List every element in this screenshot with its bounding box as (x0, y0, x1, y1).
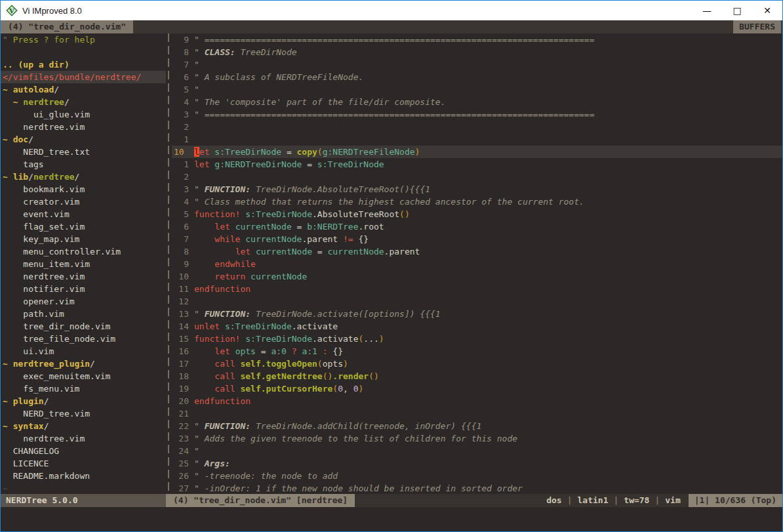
code-line[interactable]: 7" (172, 58, 782, 71)
code-line[interactable]: 6 let currentNode = b:NERDTree.root (172, 220, 782, 233)
tree-item[interactable]: creator.vim (3, 195, 166, 208)
tree-item[interactable]: LICENCE (3, 457, 166, 470)
tree-item[interactable]: ~ nerdtree/ (3, 96, 166, 108)
minimize-button[interactable]: — (692, 1, 722, 20)
line-number: 3 (172, 108, 189, 121)
code-line[interactable]: 25" Args: (172, 457, 782, 470)
tree-item[interactable]: tree_dir_node.vim (3, 320, 166, 333)
tree-item[interactable]: fs_menu.vim (3, 382, 166, 395)
code-line[interactable]: 26" -treenode: the node to add (172, 470, 782, 482)
code-line[interactable]: 22" FUNCTION: TreeDirNode.addChild(treen… (172, 420, 782, 432)
code-line[interactable]: 4" The 'composite' part of the file/dir … (172, 96, 782, 108)
line-number: 18 (172, 370, 189, 382)
tree-item[interactable]: .. (up a dir) (3, 58, 166, 71)
tree-item[interactable]: opener.vim (3, 295, 166, 308)
tree-item[interactable]: menu_controller.vim (3, 245, 166, 258)
tree-item[interactable]: tree_file_node.vim (3, 333, 166, 345)
code-line[interactable]: 1 (172, 133, 782, 146)
line-number: 10 (172, 270, 189, 283)
code-line[interactable]: 7 while currentNode.parent != {} (172, 233, 782, 245)
line-number: 1 (172, 133, 189, 146)
tree-item[interactable]: nerdtree.vim (3, 432, 166, 445)
tree-item[interactable]: flag_set.vim (3, 220, 166, 233)
code-line[interactable]: 27" -inOrder: 1 if the new node should b… (172, 482, 782, 494)
statusline-segment: latin1 (578, 494, 609, 507)
line-number: 6 (172, 71, 189, 83)
code-line[interactable]: 13" FUNCTION: TreeDirNode.activate([opti… (172, 308, 782, 320)
tree-item[interactable]: NERD_tree.vim (3, 407, 166, 420)
tree-item[interactable]: nerdtree.vim (3, 270, 166, 283)
code-line[interactable]: 9" =====================================… (172, 33, 782, 46)
tree-item[interactable]: bookmark.vim (3, 183, 166, 195)
tree-item[interactable]: ~ nerdtree_plugin/ (3, 358, 166, 370)
tree-item[interactable]: " Press ? for help (3, 33, 166, 46)
code-line[interactable]: 8" CLASS: TreeDirNode (172, 46, 782, 58)
code-line-current[interactable]: 10let s:TreeDirNode = copy(g:NERDTreeFil… (172, 146, 782, 158)
tree-item[interactable]: exec_menuitem.vim (3, 370, 166, 382)
buffers-tab[interactable]: BUFFERS (733, 20, 781, 33)
tree-item[interactable]: ~ doc/ (3, 133, 166, 146)
tree-item[interactable]: CHANGELOG (3, 445, 166, 457)
code-line[interactable]: 17 call self.toggleOpen(opts) (172, 358, 782, 370)
tree-item[interactable]: menu_item.vim (3, 258, 166, 270)
tree-item[interactable]: ~ plugin/ (3, 395, 166, 407)
tree-item[interactable]: ui_glue.vim (3, 108, 166, 121)
line-number: 14 (172, 320, 189, 333)
tree-item[interactable]: NERD_tree.txt (3, 146, 166, 158)
code-line[interactable]: 8 let currentNode = currentNode.parent (172, 245, 782, 258)
code-line[interactable]: 11endfunction (172, 283, 782, 295)
close-button[interactable]: ✕ (752, 1, 782, 20)
command-line-area[interactable] (1, 507, 782, 531)
line-number: 9 (172, 258, 189, 270)
maximize-button[interactable]: □ (722, 1, 752, 20)
code-line[interactable]: 5" (172, 83, 782, 96)
vim-logo-icon: V (6, 5, 18, 16)
code-line[interactable]: 2 (172, 171, 782, 183)
code-line[interactable]: 4" Class method that returns the highest… (172, 195, 782, 208)
tree-item[interactable]: nerdtree.vim (3, 121, 166, 133)
tree-item[interactable]: tags (3, 158, 166, 171)
tree-item[interactable]: path.vim (3, 308, 166, 320)
code-line[interactable]: 14unlet s:TreeDirNode.activate (172, 320, 782, 333)
tab-tree-dir-node[interactable]: (4) "tree_dir_node.vim" (1, 20, 133, 33)
code-line[interactable]: 20endfunction (172, 395, 782, 407)
line-number: 10 (172, 146, 189, 158)
code-line[interactable]: 9 endwhile (172, 258, 782, 270)
line-number: 23 (172, 432, 189, 445)
code-line[interactable]: 24" (172, 445, 782, 457)
code-line[interactable]: 18 call self.getNerdtree().render() (172, 370, 782, 382)
tree-item[interactable]: event.vim (3, 208, 166, 220)
code-line[interactable]: 3" =====================================… (172, 108, 782, 121)
code-line[interactable]: 12 (172, 295, 782, 308)
code-line[interactable]: 10 return currentNode (172, 270, 782, 283)
code-line[interactable]: 15function! s:TreeDirNode.activate(...) (172, 333, 782, 345)
tabline-filler (133, 20, 733, 33)
tree-item[interactable]: ~ autoload/ (3, 83, 166, 96)
tree-item[interactable] (3, 46, 166, 58)
nerdtree-statusline: NERDTree 5.0.0 (1, 494, 166, 507)
statusline-segment: vim (665, 494, 680, 507)
line-number: 4 (172, 96, 189, 108)
code-line[interactable]: 2 (172, 121, 782, 133)
window-split-separator[interactable] (166, 33, 172, 494)
code-line[interactable]: 21 (172, 407, 782, 420)
statusline-segment: dos (546, 494, 561, 507)
tree-item[interactable]: notifier.vim (3, 283, 166, 295)
window-title: Vi IMproved 8.0 (22, 6, 82, 16)
tree-item[interactable]: README.markdown (3, 470, 166, 482)
tree-item[interactable]: ~ lib/nerdtree/ (3, 171, 166, 183)
tree-item[interactable]: ui.vim (3, 345, 166, 358)
code-line[interactable]: 23" Adds the given treenode to the list … (172, 432, 782, 445)
tree-item[interactable]: ~ (3, 482, 166, 494)
statusline-filler (355, 494, 546, 507)
code-line[interactable]: 5function! s:TreeDirNode.AbsoluteTreeRoo… (172, 208, 782, 220)
tree-item[interactable]: ~ syntax/ (3, 420, 166, 432)
code-line[interactable]: 1let g:NERDTreeDirNode = s:TreeDirNode (172, 158, 782, 171)
tree-item[interactable]: key_map.vim (3, 233, 166, 245)
line-number: 8 (172, 46, 189, 58)
code-line[interactable]: 3" FUNCTION: TreeDirNode.AbsoluteTreeRoo… (172, 183, 782, 195)
code-line[interactable]: 6" A subclass of NERDTreeFileNode. (172, 71, 782, 83)
tree-item[interactable]: </vimfiles/bundle/nerdtree/ (1, 71, 166, 83)
code-line[interactable]: 16 let opts = a:0 ? a:1 : {} (172, 345, 782, 358)
code-line[interactable]: 19 call self.putCursorHere(0, 0) (172, 382, 782, 395)
